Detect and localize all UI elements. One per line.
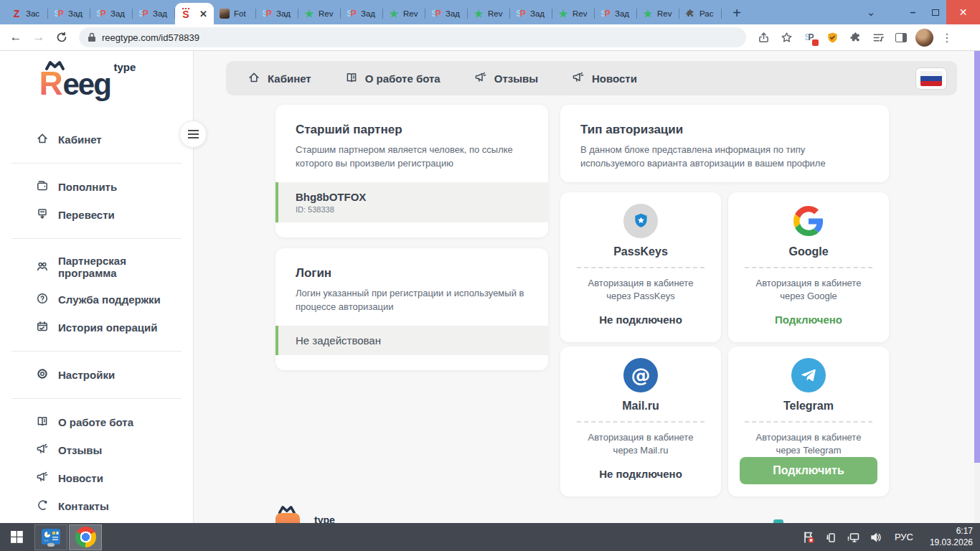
sidebar-collapse-button[interactable]	[179, 121, 207, 148]
sidebar-item-home[interactable]: Кабинет	[0, 126, 193, 154]
browser-tab[interactable]: SPЗад	[341, 3, 383, 24]
logo-text: eeg	[63, 70, 110, 100]
start-button[interactable]	[0, 523, 34, 551]
network-icon[interactable]	[847, 531, 860, 544]
sidebar-group: ПополнитьПеревести	[0, 169, 193, 233]
browser-tab[interactable]: SPЗад	[133, 3, 175, 24]
browser-tab[interactable]: ★Rev	[552, 3, 595, 24]
sidebar-item-book[interactable]: О работе бота	[0, 408, 193, 436]
browser-tab[interactable]: ★Rev	[637, 3, 679, 24]
taskbar-app-control-panel[interactable]	[34, 524, 67, 550]
question-icon	[36, 292, 49, 307]
topnav-item-home-0[interactable]: Кабинет	[248, 71, 311, 86]
connect-button[interactable]: Подключить	[740, 457, 877, 484]
sidebar-item-megaphone[interactable]: Новости	[0, 464, 193, 492]
window-restore-button[interactable]	[924, 0, 946, 24]
page-scrollbar	[974, 51, 980, 523]
browser-tab[interactable]: ZЗас	[6, 3, 48, 24]
browser-tab[interactable]: SPЗад	[425, 3, 468, 24]
login-value: Не задействован	[296, 334, 531, 347]
auth-method-name: PassKeys	[613, 245, 668, 258]
new-tab-button[interactable]: +	[727, 4, 746, 22]
auth-card-passkeys: PassKeys Авторизация в кабинете через Pa…	[560, 192, 721, 342]
tab-favicon-star: ★	[557, 8, 569, 19]
window-minimize-button[interactable]: –	[902, 0, 924, 24]
sidebar-item-megaphone[interactable]: Отзывы	[0, 436, 193, 464]
topnav-item-megaphone-2[interactable]: Отзывы	[474, 71, 538, 86]
side-panel-icon[interactable]	[891, 27, 911, 47]
tab-label: Зад	[446, 9, 460, 18]
browser-tab[interactable]: ★Rev	[383, 3, 425, 24]
sidebar-item-question[interactable]: Служба поддержки	[0, 286, 193, 314]
browser-tab[interactable]: Fot	[214, 3, 256, 24]
profile-avatar[interactable]	[914, 27, 934, 47]
share-icon[interactable]	[753, 27, 773, 47]
home-icon	[36, 132, 49, 147]
topnav-label: Отзывы	[494, 72, 538, 85]
clock-date: 19.03.2026	[925, 537, 973, 549]
sidebar-item-people[interactable]: Партнерская программа	[0, 248, 193, 286]
lock-icon	[88, 32, 96, 42]
tab-favicon-sp: SP	[53, 8, 65, 19]
tab-favicon-puzzle	[684, 8, 696, 19]
language-indicator[interactable]: РУС	[892, 532, 916, 542]
taskbar-app-chrome[interactable]	[69, 524, 102, 550]
home-icon	[248, 71, 260, 86]
sidebar-item-wallet[interactable]: Пополнить	[0, 173, 193, 201]
dashed-divider	[577, 267, 705, 268]
browser-tab[interactable]: SPЗад	[90, 3, 133, 24]
telegram-icon	[791, 358, 826, 392]
topnav-item-megaphone-3[interactable]: Новости	[572, 71, 637, 86]
sidebar-item-calendar[interactable]: История операций	[0, 314, 193, 342]
browser-tab[interactable]: SPЗад	[595, 3, 637, 24]
media-list-icon[interactable]	[868, 27, 888, 47]
people-icon	[36, 260, 49, 275]
tab-search-chevron-icon[interactable]: ⌄	[859, 0, 883, 24]
extension-shield-icon[interactable]	[822, 27, 842, 47]
taskbar-clock[interactable]: 6:17 19.03.2026	[925, 526, 973, 548]
auth-status: Не подключено	[599, 314, 682, 330]
language-flag-button[interactable]	[915, 67, 947, 90]
browser-tab[interactable]: ★Rev	[468, 3, 510, 24]
sidebar-item-card[interactable]: Перевести	[0, 201, 193, 229]
usb-device-icon[interactable]	[824, 531, 837, 544]
scrollbar-thumb[interactable]	[974, 51, 980, 463]
sidebar-item-gear[interactable]: Настройки	[0, 361, 193, 389]
extension-sp-icon[interactable]: SP	[799, 27, 819, 47]
extensions-puzzle-icon[interactable]	[845, 27, 865, 47]
volume-icon[interactable]	[870, 531, 882, 544]
browser-tab[interactable]: ★Rev	[298, 3, 341, 24]
browser-tab[interactable]: SPЗад	[256, 3, 298, 24]
auth-type-card: Тип авторизации В данном блоке представл…	[560, 105, 889, 182]
browser-tab-active[interactable]: S✕	[175, 3, 214, 24]
browser-tab[interactable]: SPЗад	[510, 3, 552, 24]
tab-favicon-z: Z	[11, 8, 22, 19]
tab-close-icon[interactable]: ✕	[198, 9, 209, 19]
page-content: R eeg type КабинетПополнитьПеревестиПарт…	[0, 51, 980, 523]
browser-tab[interactable]: Рас	[679, 3, 722, 24]
right-column: Тип авторизации В данном блоке представл…	[560, 105, 889, 496]
browser-menu-icon[interactable]: ⋮	[937, 27, 957, 47]
tab-label: Rev	[319, 9, 333, 18]
browser-tab[interactable]: SPЗад	[48, 3, 90, 24]
bookmark-star-icon[interactable]	[776, 27, 796, 47]
reload-button[interactable]	[52, 27, 72, 47]
gear-icon	[36, 367, 49, 382]
back-button[interactable]: ←	[6, 27, 26, 47]
address-bar[interactable]: reegtype.com/id578839	[79, 27, 746, 47]
action-center-flag-icon[interactable]	[802, 531, 815, 544]
forward-button[interactable]: →	[29, 27, 49, 47]
logo-superscript: type	[114, 61, 136, 73]
auth-card-google: Google Авторизация в кабинете через Goog…	[728, 192, 889, 342]
topnav-item-book-1[interactable]: О работе бота	[345, 71, 440, 86]
tab-label: Зад	[110, 9, 125, 18]
windows-logo-icon	[11, 531, 23, 543]
site-logo[interactable]: R eeg type	[39, 58, 154, 105]
sidebar-item-label: Новости	[58, 472, 103, 484]
tab-favicon-sp: SP	[138, 8, 149, 19]
content-columns: Старший партнер Старшим партнером являет…	[275, 105, 889, 496]
window-close-button[interactable]: ✕	[946, 0, 980, 24]
browser-toolbar: ← → reegtype.com/id578839 SP ⋮	[0, 24, 980, 51]
sidebar-item-contact[interactable]: Контакты	[0, 492, 193, 520]
auth-method-desc: Авторизация в кабинете через Mail.ru	[576, 431, 705, 457]
